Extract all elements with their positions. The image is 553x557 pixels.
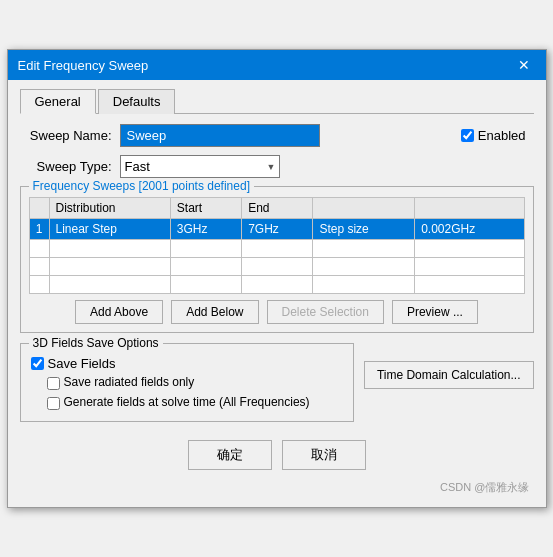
freq-group-label: Frequency Sweeps [2001 points defined]	[29, 179, 254, 193]
fields-group-label: 3D Fields Save Options	[29, 336, 163, 350]
table-header-row: Distribution Start End	[29, 198, 524, 219]
row-num-1: 1	[29, 219, 49, 240]
ok-button[interactable]: 确定	[188, 440, 272, 470]
radiated-fields-row: Save radiated fields only	[47, 375, 343, 391]
add-above-button[interactable]: Add Above	[75, 300, 163, 324]
cancel-button[interactable]: 取消	[282, 440, 366, 470]
table-row[interactable]: 1 Linear Step 3GHz 7GHz Step size 0.002G…	[29, 219, 524, 240]
table-empty-row-3	[29, 276, 524, 294]
title-bar: Edit Frequency Sweep ✕	[8, 50, 546, 80]
sweep-name-row: Sweep Name: Enabled	[20, 124, 534, 147]
freq-table: Distribution Start End 1 Linear Step 3GH…	[29, 197, 525, 294]
freq-sweeps-group: Frequency Sweeps [2001 points defined] D…	[20, 186, 534, 333]
sweep-type-label: Sweep Type:	[20, 159, 120, 174]
dialog: Edit Frequency Sweep ✕ General Defaults …	[7, 49, 547, 507]
generate-label: Generate fields at solve time (All Frequ…	[64, 395, 310, 411]
tabs: General Defaults	[20, 88, 534, 114]
dialog-body: General Defaults Sweep Name: Enabled Swe…	[8, 80, 546, 506]
tab-defaults[interactable]: Defaults	[98, 89, 176, 114]
sweep-name-label: Sweep Name:	[20, 128, 120, 143]
row-distribution-1: Linear Step	[49, 219, 170, 240]
row-end-1: 7GHz	[242, 219, 313, 240]
delete-selection-button[interactable]: Delete Selection	[267, 300, 384, 324]
sweep-type-select[interactable]: Fast Discrete Interpolating Linear Step	[120, 155, 280, 178]
dialog-title: Edit Frequency Sweep	[18, 58, 149, 73]
fields-group: 3D Fields Save Options Save Fields Save …	[20, 343, 354, 421]
save-fields-row: Save Fields	[31, 356, 343, 371]
time-domain-button[interactable]: Time Domain Calculation...	[364, 361, 534, 389]
radiated-checkbox[interactable]	[47, 377, 60, 390]
bottom-section: 3D Fields Save Options Save Fields Save …	[20, 343, 534, 421]
row-start-1: 3GHz	[170, 219, 241, 240]
enabled-checkbox[interactable]	[461, 129, 474, 142]
preview-button[interactable]: Preview ...	[392, 300, 478, 324]
row-col5-1: Step size	[313, 219, 415, 240]
sweep-type-row: Sweep Type: Fast Discrete Interpolating …	[20, 155, 534, 178]
enabled-label: Enabled	[478, 128, 526, 143]
add-below-button[interactable]: Add Below	[171, 300, 258, 324]
col-end-header: End	[242, 198, 313, 219]
table-buttons: Add Above Add Below Delete Selection Pre…	[29, 300, 525, 324]
col-start-header: Start	[170, 198, 241, 219]
tab-general[interactable]: General	[20, 89, 96, 114]
table-empty-row-1	[29, 240, 524, 258]
col-num-header	[29, 198, 49, 219]
generate-fields-row: Generate fields at solve time (All Frequ…	[47, 395, 343, 411]
save-fields-label: Save Fields	[48, 356, 116, 371]
col-distribution-header: Distribution	[49, 198, 170, 219]
table-empty-row-2	[29, 258, 524, 276]
close-button[interactable]: ✕	[512, 56, 536, 74]
save-fields-checkbox[interactable]	[31, 357, 44, 370]
sweep-name-input[interactable]	[120, 124, 320, 147]
enabled-checkbox-group: Enabled	[461, 128, 526, 143]
sweep-type-wrapper: Fast Discrete Interpolating Linear Step	[120, 155, 280, 178]
watermark: CSDN @儒雅永缘	[20, 480, 534, 497]
row-col6-1: 0.002GHz	[415, 219, 524, 240]
col-6-header	[415, 198, 524, 219]
generate-checkbox[interactable]	[47, 397, 60, 410]
radiated-label: Save radiated fields only	[64, 375, 195, 391]
dialog-footer: 确定 取消	[20, 432, 534, 480]
col-5-header	[313, 198, 415, 219]
